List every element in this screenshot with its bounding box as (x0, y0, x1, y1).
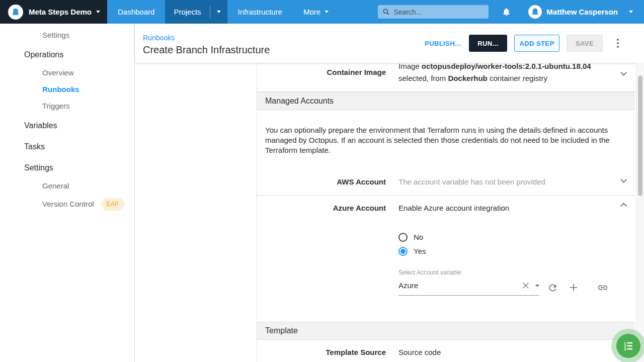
search-input[interactable] (393, 8, 479, 16)
publish-button[interactable]: PUBLISH... (424, 35, 462, 52)
header-actions: PUBLISH... RUN... ADD STEP SAVE (424, 24, 644, 63)
steps-list-fab-button[interactable]: 1 2 3 (616, 334, 640, 358)
link-icon (597, 282, 608, 293)
step-editor-content: Container Image Image octopusdeploy/work… (135, 63, 644, 362)
container-image-value: Image octopusdeploy/worker-tools:2.0.1-u… (398, 63, 612, 84)
user-menu-caret-icon[interactable] (629, 11, 633, 13)
container-image-expander[interactable] (612, 70, 635, 75)
nav-projects[interactable]: Projects (165, 0, 209, 24)
container-image-row: Container Image Image octopusdeploy/work… (257, 63, 635, 92)
numbered-list-icon: 1 2 3 (622, 340, 634, 352)
sidebar-item-general[interactable]: General (0, 177, 134, 194)
template-section-header: Template (257, 322, 635, 340)
octopus-logo-icon (8, 5, 23, 20)
space-name: Meta Steps Demo (29, 8, 92, 16)
template-source-label: Template Source (257, 346, 386, 358)
aws-account-value: The account variable has not been provid… (398, 176, 612, 188)
sidebar-section-tasks[interactable]: Tasks (0, 137, 134, 156)
chevron-down-icon (620, 176, 627, 183)
run-button[interactable]: RUN... (469, 35, 507, 52)
navbar-right: Matthew Casperson (378, 0, 644, 24)
sidebar-item-version-control[interactable]: Version Control EAP (0, 194, 134, 215)
radio-unselected-icon (398, 233, 408, 242)
azure-radio-no[interactable]: No (398, 230, 612, 244)
account-variable-select[interactable]: Azure (398, 280, 539, 296)
sidebar-section-operations[interactable]: Operations (0, 45, 134, 64)
nav-more[interactable]: More (293, 0, 339, 24)
page-header: Runbooks Create Branch Infrastructure PU… (135, 24, 644, 63)
svg-text:3: 3 (624, 347, 626, 351)
search-icon (382, 8, 390, 16)
chevron-down-icon (620, 69, 627, 76)
managed-accounts-section-header: Managed Accounts (257, 92, 635, 110)
azure-account-label: Azure Account (257, 202, 386, 214)
template-source-row: Template Source Source code (257, 340, 635, 362)
azure-account-body: Enable Azure account integration No Yes … (398, 202, 612, 315)
page-title: Create Branch Infrastructure (143, 44, 270, 56)
search-box[interactable] (378, 5, 489, 19)
chevron-up-icon (620, 203, 627, 209)
bind-variable-button[interactable] (597, 282, 608, 293)
aws-account-expander[interactable] (612, 177, 635, 182)
select-caret-icon[interactable] (535, 285, 539, 287)
aws-account-row: AWS Account The account variable has not… (257, 169, 635, 196)
container-image-text: Image (398, 63, 422, 70)
plus-icon (568, 282, 579, 293)
nav-projects-dropdown[interactable] (210, 0, 227, 24)
azure-account-value: Enable Azure account integration (398, 202, 612, 214)
sidebar-section-variables[interactable]: Variables (0, 116, 134, 135)
space-switcher[interactable]: Meta Steps Demo (0, 0, 107, 24)
container-image-label: Container Image (257, 66, 386, 78)
radio-selected-icon (398, 247, 408, 256)
managed-accounts-description: You can optionally prepare the environme… (257, 110, 635, 169)
bell-icon (502, 7, 511, 17)
nav-projects-group: Projects (165, 0, 227, 24)
sidebar-item-settings-sub[interactable]: Settings (0, 27, 134, 43)
azure-radio-no-label: No (414, 233, 423, 242)
notifications-button[interactable] (502, 7, 511, 17)
account-variable-field-label: Select Account variable (398, 266, 612, 279)
aws-account-label: AWS Account (257, 176, 386, 188)
save-button[interactable]: SAVE (567, 35, 603, 52)
azure-radio-yes[interactable]: Yes (398, 244, 612, 258)
nav-dashboard[interactable]: Dashboard (107, 0, 165, 24)
breadcrumb[interactable]: Runbooks (143, 34, 270, 42)
nav-more-caret-icon (325, 11, 329, 13)
template-source-value: Source code (398, 346, 612, 358)
user-avatar[interactable] (528, 5, 542, 19)
scrollbar-thumb[interactable] (638, 75, 642, 196)
sidebar-item-version-control-label: Version Control (42, 200, 94, 208)
nav-infrastructure[interactable]: Infrastructure (227, 0, 293, 24)
top-navbar: Meta Steps Demo Dashboard Projects Infra… (0, 0, 644, 24)
container-image-name: octopusdeploy/worker-tools:2.0.1-ubuntu.… (422, 63, 591, 70)
azure-account-collapser[interactable] (612, 204, 635, 208)
nav-more-label: More (303, 8, 320, 16)
add-step-button[interactable]: ADD STEP (514, 35, 559, 52)
scrollbar-track[interactable] (636, 63, 644, 362)
container-image-text2: selected, from (398, 74, 448, 82)
sidebar-item-overview[interactable]: Overview (0, 64, 134, 81)
azure-account-row: Azure Account Enable Azure account integ… (257, 196, 635, 322)
space-caret-icon (96, 11, 100, 13)
sidebar-item-runbooks[interactable]: Runbooks (0, 81, 134, 98)
add-variable-button[interactable] (568, 282, 579, 293)
clear-selection-button[interactable] (521, 281, 530, 290)
container-image-text3: container registry (488, 74, 547, 82)
user-name[interactable]: Matthew Casperson (546, 8, 618, 16)
sidebar-item-triggers[interactable]: Triggers (0, 98, 134, 114)
app-window: Meta Steps Demo Dashboard Projects Infra… (0, 0, 644, 362)
sidebar-section-settings[interactable]: Settings (0, 158, 134, 177)
close-icon (521, 281, 530, 290)
refresh-icon (547, 283, 558, 293)
account-variable-value: Azure (398, 280, 521, 292)
main-nav: Dashboard Projects Infrastructure More (107, 0, 339, 24)
overflow-menu-button[interactable] (614, 36, 622, 51)
refresh-button[interactable] (547, 283, 558, 293)
eap-badge: EAP (101, 198, 124, 211)
step-form: Container Image Image octopusdeploy/work… (257, 63, 635, 362)
container-registry-name: Dockerhub (448, 74, 487, 82)
project-sidebar: Settings Operations Overview Runbooks Tr… (0, 24, 135, 362)
avatar-octopus-icon (530, 7, 540, 17)
azure-radio-yes-label: Yes (414, 247, 426, 256)
